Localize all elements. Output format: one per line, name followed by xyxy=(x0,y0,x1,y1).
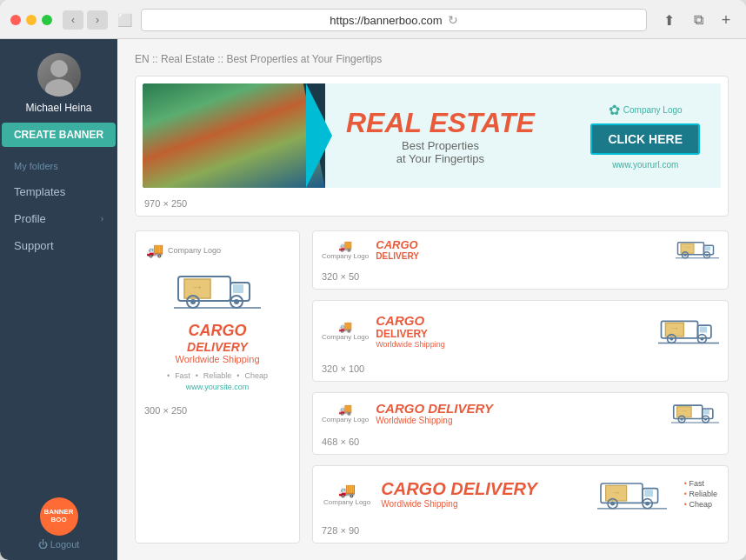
truck-icon-468: 🚚 xyxy=(338,403,352,416)
refresh-icon[interactable]: ↻ xyxy=(448,13,458,27)
svg-text:→: → xyxy=(669,323,679,333)
banner-468-60-size: 468 × 60 xyxy=(313,433,728,454)
svg-text:→: → xyxy=(611,487,621,497)
company-logo-320-50: 🚚 Company Logo xyxy=(322,239,369,260)
banner-320-50-inner: 🚚 Company Logo CARGO DELIVERY xyxy=(313,231,728,268)
company-logo-728: 🚚 Company Logo xyxy=(323,482,370,506)
back-button[interactable]: ‹ xyxy=(63,10,83,30)
svg-point-0 xyxy=(50,60,68,77)
real-estate-title: REAL ESTATE xyxy=(346,107,535,139)
nav-buttons: ‹ › xyxy=(63,10,108,30)
browser-window: ‹ › ⬜ https://bannerboo.com ↻ ⬆ ⧉ + xyxy=(0,0,746,560)
banner-728-90-inner: 🚚 Company Logo CARGO DELIVERY Wordlwide … xyxy=(313,466,728,522)
svg-rect-26 xyxy=(700,327,707,333)
bullet-icon-3: • xyxy=(684,500,687,509)
svg-point-8 xyxy=(190,299,196,304)
truck-right-320-50: → xyxy=(676,236,719,263)
cargo-text-468: CARGO DELIVERY Worldwide Shipping xyxy=(376,401,493,425)
real-estate-sub2: at Your Fingertips xyxy=(346,152,535,165)
cargo-text-728: CARGO DELIVERY Wordlwide Shipping xyxy=(381,479,537,509)
sidebar-nav: Templates Profile › Support xyxy=(0,178,117,259)
svg-point-20 xyxy=(706,254,709,257)
svg-point-48 xyxy=(610,502,615,506)
banner-728-90-card[interactable]: 🚚 Company Logo CARGO DELIVERY Wordlwide … xyxy=(312,465,729,543)
bullets-728: • Fast • Reliable • Cheap xyxy=(684,479,717,509)
chevron-right-icon: › xyxy=(101,214,103,223)
banner-970: REAL ESTATE Best Properties at Your Fing… xyxy=(143,83,721,188)
maximize-button[interactable] xyxy=(42,15,52,25)
share-button[interactable]: ⬆ xyxy=(657,9,680,31)
banner-url-970: www.yoururl.com xyxy=(612,160,678,170)
banner-300-size: 300 × 250 xyxy=(136,402,299,423)
click-here-button[interactable]: CLICK HERE xyxy=(590,123,700,155)
banner-320-50-card[interactable]: 🚚 Company Logo CARGO DELIVERY xyxy=(312,230,729,290)
sidebar-item-support[interactable]: Support xyxy=(0,232,117,259)
truck-icon-320-50: 🚚 xyxy=(338,239,352,252)
svg-point-28 xyxy=(669,337,673,340)
truck-right-468: → xyxy=(671,397,719,429)
tab-icon-button[interactable]: ⬜ xyxy=(115,10,134,30)
svg-point-50 xyxy=(645,502,649,506)
svg-rect-6 xyxy=(233,284,243,293)
avatar-image xyxy=(37,53,81,97)
banner-320-100-inner: 🚚 Company Logo CARGO DELIVERY Worldwide … xyxy=(313,301,728,360)
minimize-button[interactable] xyxy=(26,15,37,25)
username-label: Michael Heina xyxy=(25,102,91,114)
main-content: EN :: Real Estate :: Best Properties at … xyxy=(117,39,746,560)
worldwide-300: Worldwide Shipping xyxy=(175,354,259,364)
banners-grid: 🚚 Company Logo → xyxy=(135,230,729,543)
cargo-title-300: CARGO xyxy=(189,322,247,340)
duplicate-button[interactable]: ⧉ xyxy=(687,9,709,31)
company-logo-970: ✿ Company Logo xyxy=(609,102,683,118)
real-estate-sub1: Best Properties xyxy=(346,139,535,152)
traffic-lights xyxy=(10,15,52,25)
logout-button[interactable]: ⏻ Logout xyxy=(38,539,80,550)
banner-970-text-block: REAL ESTATE Best Properties at Your Fing… xyxy=(346,107,535,165)
cargo-text-320-100: CARGO DELIVERY Worldwide Shipping xyxy=(376,313,444,349)
sidebar-item-templates[interactable]: Templates xyxy=(0,178,117,205)
svg-text:→: → xyxy=(191,280,203,294)
svg-point-30 xyxy=(700,337,703,340)
truck-illustration-300: → xyxy=(174,263,261,315)
company-logo-468: 🚚 Company Logo xyxy=(322,403,369,423)
url-text: https://bannerboo.com xyxy=(330,14,442,27)
svg-point-18 xyxy=(684,254,687,257)
company-logo-320-100: 🚚 Company Logo xyxy=(322,320,369,341)
forward-button[interactable]: › xyxy=(87,10,108,30)
bullet-icon-1: • xyxy=(684,479,687,488)
delivery-300: DELIVERY xyxy=(187,340,248,354)
new-tab-button[interactable]: + xyxy=(716,10,736,30)
svg-point-40 xyxy=(704,417,707,420)
cargo-text-320-50: CARGO DELIVERY xyxy=(376,238,419,261)
truck-icon-320-100: 🚚 xyxy=(338,320,352,333)
banner-320-50-size: 320 × 50 xyxy=(313,268,728,289)
create-banner-button[interactable]: CREATE BANNER xyxy=(2,123,116,147)
close-button[interactable] xyxy=(10,15,21,25)
banner-970-card[interactable]: REAL ESTATE Best Properties at Your Fing… xyxy=(135,76,729,217)
svg-text:→: → xyxy=(684,243,691,251)
app-body: Michael Heina CREATE BANNER My folders T… xyxy=(0,39,746,560)
svg-point-38 xyxy=(680,417,683,420)
truck-icon-728: 🚚 xyxy=(338,482,356,498)
url-bar[interactable]: https://bannerboo.com ↻ xyxy=(141,9,647,31)
attributes-300: •Fast •Reliable •Cheap xyxy=(167,371,268,380)
breadcrumb: EN :: Real Estate :: Best Properties at … xyxy=(135,53,729,65)
templates-label: Templates xyxy=(14,185,65,198)
sidebar-item-profile[interactable]: Profile › xyxy=(0,205,117,232)
svg-rect-46 xyxy=(644,490,653,497)
svg-text:→: → xyxy=(680,406,688,415)
profile-label: Profile xyxy=(14,212,46,225)
banner-320-100-card[interactable]: 🚚 Company Logo CARGO DELIVERY Worldwide … xyxy=(312,300,729,382)
banner-300-inner: 🚚 Company Logo → xyxy=(136,231,299,402)
browser-chrome: ‹ › ⬜ https://bannerboo.com ↻ ⬆ ⧉ + xyxy=(0,0,746,39)
banner-300-card[interactable]: 🚚 Company Logo → xyxy=(135,230,300,543)
bullet-icon-2: • xyxy=(684,490,687,498)
right-column: 🚚 Company Logo CARGO DELIVERY xyxy=(312,230,729,543)
banner-468-60-card[interactable]: 🚚 Company Logo CARGO DELIVERY Worldwide … xyxy=(312,392,729,455)
banner-320-100-size: 320 × 100 xyxy=(313,360,728,381)
svg-point-10 xyxy=(234,299,239,304)
banner-photo xyxy=(143,83,325,188)
banner-970-size: 970 × 250 xyxy=(136,195,728,216)
truck-right-320-100: → xyxy=(658,310,719,351)
my-folders-label: My folders xyxy=(0,161,58,171)
